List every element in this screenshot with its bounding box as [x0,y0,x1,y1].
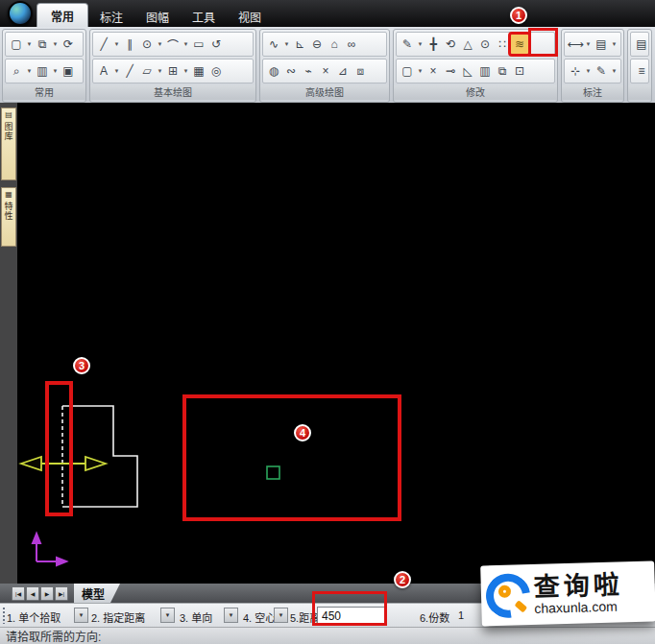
dimension-icon-dropdown[interactable]: ▼ [584,35,593,54]
zigzag-line-icon[interactable]: ⌁ [300,61,317,81]
hole-table-icon[interactable]: ⊞ [164,61,182,81]
sheet-icon[interactable]: ▤ [633,35,650,54]
sheet-nav: |◀◀▶▶| [12,586,68,601]
tab-common[interactable]: 常用 [36,3,88,27]
rotate-copy-icon[interactable]: ▥ [476,61,494,81]
dimension-icon[interactable]: ⟷ [567,35,584,54]
tab-dimension[interactable]: 标注 [88,6,134,27]
trim-icon[interactable]: × [425,61,442,81]
status-bar: 请拾取所需的方向: [0,627,655,644]
ellipse-icon[interactable]: ⊖ [308,35,326,54]
paste-icon[interactable]: ▥ [34,61,51,81]
callout-badge-2: 2 [394,571,411,588]
arc-icon[interactable]: ⌒ [164,35,182,54]
offset-icon[interactable]: ≋ [511,35,528,54]
zoom-icon[interactable]: ⌕ [8,61,25,81]
copies-label: 6.份数 [420,609,449,625]
erase-icon[interactable]: ✎ [399,35,416,54]
move-icon[interactable]: ╋ [425,35,442,54]
side-tab-properties[interactable]: ▦特性 [1,187,16,247]
line-icon[interactable]: ╱ [95,35,112,54]
wave-line-icon[interactable]: ∾ [282,61,300,81]
model-sheet-tab[interactable]: 模型 [74,584,120,603]
tab-tools[interactable]: 工具 [181,6,227,27]
side-tab-library-label: 图库 [3,122,15,141]
spline-icon[interactable]: ∿ [265,35,282,54]
extend-icon[interactable]: ⊸ [442,61,459,81]
prev-sheet-button[interactable]: ◀ [26,586,39,601]
new-doc-icon[interactable]: ▢ [8,35,25,54]
group-dimension-caption: 标注 [562,85,623,100]
app-logo-icon[interactable] [8,1,33,26]
rect-array-icon[interactable]: ∷ [494,35,511,54]
rectangle-icon[interactable]: ▭ [190,35,207,54]
edit-dimension-icon[interactable]: ✎ [593,61,610,81]
copies-value[interactable]: 1 [458,609,464,621]
erase-icon-dropdown[interactable]: ▼ [416,35,425,54]
hole-table-icon-dropdown[interactable]: ▼ [182,61,190,81]
revision-cloud-icon[interactable]: ↺ [207,35,225,54]
circle-icon-dropdown[interactable]: ▼ [156,35,164,54]
arc-icon-dropdown[interactable]: ▼ [182,35,190,54]
group-extra-caption [628,85,651,100]
copy-icon-dropdown[interactable]: ▼ [51,35,60,54]
polygon-icon-dropdown[interactable]: ▼ [156,61,164,81]
grip-handle-icon[interactable] [2,607,6,624]
paste-icon-dropdown[interactable]: ▼ [51,61,60,81]
last-sheet-button[interactable]: ▶| [55,586,68,601]
zoom-icon-dropdown[interactable]: ▼ [25,61,34,81]
angle-line-icon[interactable]: ⊾ [291,35,308,54]
option-1-label: 1. 单个拾取 [7,609,61,625]
polygon-icon[interactable]: ▱ [138,61,156,81]
display-icon[interactable]: ▣ [60,61,77,81]
option-2-dropdown[interactable]: ▼ [160,608,175,623]
text-icon-dropdown[interactable]: ▼ [112,61,121,81]
edit-dimension-icon-dropdown[interactable]: ▼ [610,61,619,81]
stack-icon[interactable]: ⧉ [494,61,511,81]
block-icon[interactable]: ⧈ [352,61,369,81]
circle-icon[interactable]: ⊙ [138,35,156,54]
option-4-dropdown[interactable]: ▼ [274,608,288,623]
annotation-picture-icon-dropdown[interactable]: ▼ [610,35,619,54]
hatch-line-icon[interactable]: ╱ [121,61,138,81]
annotation-picture-icon[interactable]: ▤ [593,35,610,54]
chain-icon[interactable]: ∞ [343,35,360,54]
group-common: ▢▼⧉▼⟳⌕▼▥▼▣常用 [2,29,86,103]
tab-view[interactable]: 视图 [227,6,273,27]
callout-badge-1: 1 [510,7,527,24]
text-icon[interactable]: A [95,61,112,81]
option-3-dropdown[interactable]: ▼ [224,608,238,623]
select-box-icon[interactable]: ▢ [399,61,416,81]
callout-rect-picked-edge [45,381,73,516]
mirror-icon[interactable]: △ [459,35,476,54]
layers-icon[interactable]: ≡ [633,61,650,81]
coord-dimension-icon[interactable]: ⊹ [567,61,584,81]
line-icon-dropdown[interactable]: ▼ [112,35,121,54]
part-outline[interactable] [62,406,137,507]
picture-icon[interactable]: ◎ [207,61,225,81]
side-tab-library[interactable]: ▤图库 [1,107,16,180]
grid-icon[interactable]: ▦ [190,61,207,81]
copy-icon[interactable]: ⧉ [34,35,51,54]
wedge-icon[interactable]: ⊿ [334,61,352,81]
new-doc-icon-dropdown[interactable]: ▼ [25,35,34,54]
tab-sheet[interactable]: 图幅 [134,6,181,27]
circular-array-icon[interactable]: ⊙ [476,35,494,54]
ribbon-tab-bar: 常用标注图幅工具视图 [36,3,273,27]
cut-line-icon[interactable]: × [317,61,334,81]
group-basic-draw-caption: 基本绘图 [90,85,255,100]
refresh-icon[interactable]: ⟳ [60,35,77,54]
polygon-tool-icon[interactable]: ⌂ [326,35,343,54]
select-box-icon-dropdown[interactable]: ▼ [416,61,425,81]
pie-icon[interactable]: ◍ [265,61,282,81]
first-sheet-button[interactable]: |◀ [12,586,25,601]
fillet-icon[interactable]: ⊡ [511,61,528,81]
rotate-icon[interactable]: ⟲ [442,35,459,54]
spline-icon-dropdown[interactable]: ▼ [282,35,291,54]
parallel-line-icon[interactable]: ∥ [121,35,138,54]
coord-dimension-icon-dropdown[interactable]: ▼ [584,61,593,81]
next-sheet-button[interactable]: ▶ [40,586,54,601]
chamfer-icon[interactable]: ◺ [459,61,476,81]
option-1-dropdown[interactable]: ▼ [74,608,88,623]
group-common-row2: ⌕▼▥▼▣ [5,59,84,83]
